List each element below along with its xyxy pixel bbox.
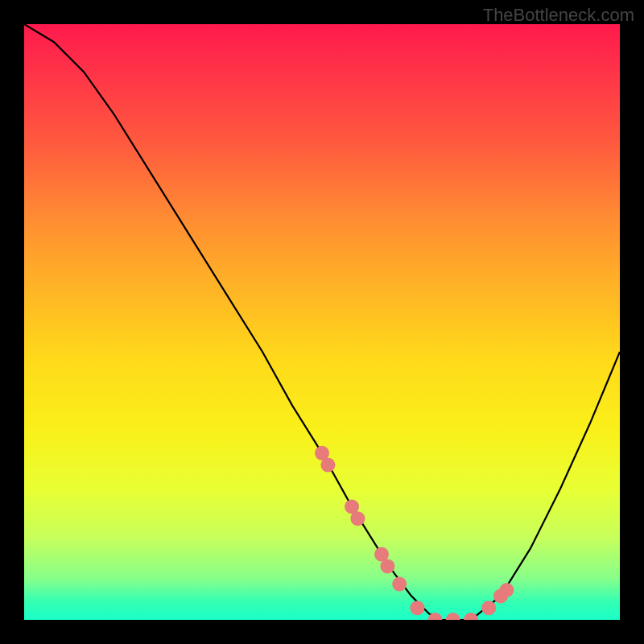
scatter-point — [499, 583, 514, 597]
bottleneck-curve — [24, 24, 620, 620]
scatter-point — [392, 577, 407, 592]
scatter-point — [380, 559, 394, 573]
scatter-point — [464, 613, 478, 620]
scatter-point — [320, 458, 335, 473]
scatter-point — [350, 511, 365, 526]
scatter-point — [410, 601, 424, 615]
plot-area — [24, 24, 620, 620]
scatter-point — [481, 601, 496, 615]
watermark-text: TheBottleneck.com — [483, 5, 634, 26]
scatter-point — [446, 613, 460, 620]
scatter-points — [315, 446, 514, 620]
chart-svg — [24, 24, 620, 620]
